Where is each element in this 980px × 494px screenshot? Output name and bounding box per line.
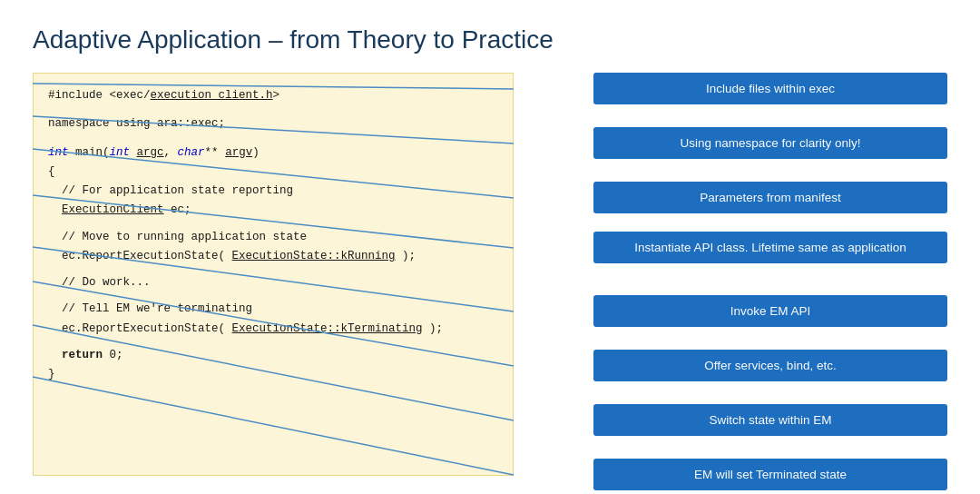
code-line-7: // Move to running application state	[48, 228, 498, 247]
annotation-6: Offer services, bind, etc.	[593, 350, 947, 381]
code-line-13: }	[48, 365, 498, 384]
slide-title: Adaptive Application – from Theory to Pr…	[33, 25, 947, 54]
code-line-1: #include <exec/execution_client.h>	[48, 86, 498, 105]
code-line-11: ec.ReportExecutionState( ExecutionState:…	[48, 320, 498, 339]
code-line-2: namespace using ara::exec;	[48, 114, 498, 133]
content-area: #include <exec/execution_client.h> names…	[33, 73, 947, 476]
annotation-4: Instantiate API class. Lifetime same as …	[593, 232, 947, 263]
annotation-5: Invoke EM API	[593, 295, 947, 327]
code-line-5: // For application state reporting	[48, 182, 498, 201]
slide: Adaptive Application – from Theory to Pr…	[0, 0, 980, 494]
code-line-9: // Do work...	[48, 273, 498, 292]
code-line-12: return 0;	[48, 346, 498, 365]
code-line-10: // Tell EM we're terminating	[48, 300, 498, 319]
annotation-8: EM will set Terminated state	[593, 459, 947, 490]
annotation-1: Include files within exec	[593, 73, 947, 104]
code-panel: #include <exec/execution_client.h> names…	[33, 73, 514, 476]
annotation-2: Using namespace for clarity only!	[593, 127, 947, 159]
code-line-3: int main(int argc, char** argv)	[48, 143, 498, 163]
annotation-3: Parameters from manifest	[593, 182, 947, 213]
code-line-4: {	[48, 163, 498, 182]
annotation-7: Switch state within EM	[593, 404, 947, 436]
code-line-6: ExecutionClient ec;	[48, 201, 498, 220]
code-line-8: ec.ReportExecutionState( ExecutionState:…	[48, 247, 498, 266]
annotations-panel: Include files within exec Using namespac…	[514, 73, 947, 476]
